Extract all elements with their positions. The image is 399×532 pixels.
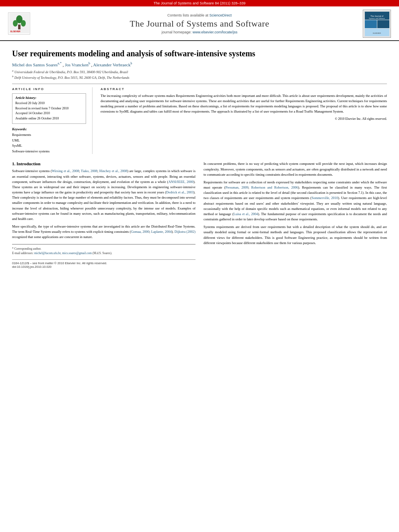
article-info-panel: ARTICLE INFO Article history: Received 2… (12, 87, 93, 154)
elsevier-tree-icon: ELSEVIER (9, 13, 29, 33)
journal-homepage-url[interactable]: www.elsevier.com/locate/jss (193, 30, 238, 34)
section-title-text: Introduction (16, 161, 41, 166)
affiliations: a Universidade Federal de Uberlândia, P.… (12, 69, 387, 80)
contents-available-line: Contents lists available at ScienceDirec… (36, 13, 363, 17)
body-left-column: 1. Introduction Software-intensive syste… (12, 161, 195, 269)
right-para2: Requirements for software are a collecti… (204, 180, 387, 222)
svg-text:ELSEVIER: ELSEVIER (373, 32, 381, 34)
email-1[interactable]: michel@facom.ufu.br (34, 251, 61, 255)
ref-dijkstra[interactable]: Dijkstra (2002) (175, 230, 195, 234)
keyword-2: UML (12, 138, 86, 144)
abstract-title: ABSTRACT (101, 87, 387, 91)
elsevier-logo: ELSEVIER (8, 12, 36, 35)
svg-point-2 (13, 20, 18, 27)
svg-text:ELSEVIER: ELSEVIER (10, 30, 21, 33)
journal-logo-right: The Journal of Systems and Software ELSE… (363, 10, 391, 38)
elsevier-logo-box: ELSEVIER (8, 12, 30, 35)
ref-pressman[interactable]: Pressman, 2009 (225, 185, 248, 189)
right-para1: In concurrent problems, there is no way … (204, 161, 387, 177)
body-right-column: In concurrent problems, there is no way … (204, 161, 387, 269)
svg-rect-11 (377, 20, 389, 28)
ref-robertson[interactable]: Robertson and Robertson, 2006 (251, 185, 298, 189)
email-3: (M.d.S. Soares). (93, 251, 112, 255)
author-3-name: Alexander Verbraeck (93, 62, 131, 67)
journal-header-center: Contents lists available at ScienceDirec… (36, 13, 363, 34)
intro-para1: Software-intensive systems (Wirsing et a… (12, 168, 195, 222)
abstract-text: The increasing complexity of software sy… (101, 93, 387, 115)
sciencedirect-link[interactable]: ScienceDirect (210, 13, 232, 17)
author-1[interactable]: Michel dos Santos Soaresa,* (12, 62, 63, 67)
article-history-box: Article history: Received 20 July 2010 R… (12, 93, 86, 124)
keywords-section: Keywords: Requirements UML SysML Softwar… (12, 127, 86, 154)
author-3[interactable]: Alexander Verbraeckb (93, 62, 132, 67)
authors-line: Michel dos Santos Soaresa,* , Jos Vranck… (12, 62, 387, 67)
keyword-1: Requirements (12, 132, 86, 138)
keywords-label: Keywords: (12, 127, 86, 131)
journal-header: ELSEVIER Contents lists available at Sci… (0, 6, 399, 41)
svg-rect-10 (365, 20, 377, 28)
accepted-date: Accepted 14 October 2010 (15, 111, 83, 116)
intro-section-title: 1. Introduction (12, 161, 195, 166)
right-para3: Systems requirements are derived from us… (204, 224, 387, 246)
email-2[interactable]: mics.soares@gmail.com (62, 251, 92, 255)
doi-line: doi:10.1016/j.jss.2010.10.020 (12, 265, 195, 269)
keyword-3: SysML (12, 143, 86, 149)
ref-gomaa[interactable]: Gomaa, 2000 (131, 230, 149, 234)
article-title: User requirements modeling and analysis … (12, 49, 387, 58)
available-date: Available online 26 October 2010 (15, 116, 83, 121)
email-line: E-mail addresses: michel@facom.ufu.br, m… (12, 251, 195, 255)
ref-luisa[interactable]: Luisa et al., 2004 (234, 212, 258, 216)
svg-point-3 (21, 20, 26, 27)
journal-citation-bar: The Journal of Systems and Software 84 (… (0, 0, 399, 6)
journal-cover-icon: The Journal of Systems and Software ELSE… (364, 11, 390, 37)
copyright-notice: © 2010 Elsevier Inc. All rights reserved… (101, 117, 387, 121)
ref-tiako[interactable]: Tiako, 2008 (81, 169, 97, 173)
article-info-abstract-section: ARTICLE INFO Article history: Received 2… (12, 84, 387, 154)
affil-b: Delft University of Technology, P.O. Box… (14, 76, 130, 80)
author-1-name: Michel dos Santos Soares (12, 62, 58, 67)
affil-a: Universidade Federal de Uberlândia, P.O.… (14, 70, 128, 74)
ref-sommerville[interactable]: Sommerville, 2010 (311, 196, 338, 200)
author-3-sup: b (131, 62, 132, 65)
journal-title: The Journal of Systems and Software (36, 18, 363, 29)
keyword-4: Software-intensive systems (12, 149, 86, 154)
author-2-name: Jos Vrancken (65, 62, 88, 67)
history-label: Article history: (15, 96, 83, 100)
main-content: User requirements modeling and analysis … (0, 41, 399, 277)
ref-wirsing[interactable]: Wirsing et al., 2008 (52, 169, 79, 173)
ref-dedrick[interactable]: Dedrick et al., 2003 (166, 190, 193, 194)
section-num: 1. (12, 161, 15, 166)
article-info-title: ARTICLE INFO (12, 87, 86, 91)
received-revised-date: Received in revised form 7 October 2010 (15, 106, 83, 111)
footnote-area: * Corresponding author. E-mail addresses… (12, 244, 195, 256)
svg-rect-4 (18, 25, 21, 29)
journal-citation-text: The Journal of Systems and Software 84 (… (154, 1, 246, 5)
bottom-bar: 0164-1212/$ – see front matter © 2010 El… (12, 259, 195, 269)
journal-homepage-line: journal homepage: www.elsevier.com/locat… (36, 30, 363, 34)
paper-body: 1. Introduction Software-intensive syste… (12, 161, 387, 269)
ref-ansi[interactable]: ANSI/IEEE, 2000 (168, 180, 193, 184)
ref-hinchey[interactable]: Hinchey et al., 2008 (99, 169, 127, 173)
issn-line: 0164-1212/$ – see front matter © 2010 El… (12, 261, 195, 265)
svg-text:Systems and Software: Systems and Software (368, 17, 385, 19)
email-label: E-mail addresses: (12, 251, 33, 255)
author-2[interactable]: Jos Vranckenb (65, 62, 91, 67)
abstract-panel: ABSTRACT The increasing complexity of so… (101, 87, 387, 154)
received-date: Received 20 July 2010 (15, 101, 83, 106)
homepage-label: journal homepage: (162, 30, 192, 34)
contents-label: Contents lists available at (167, 13, 208, 17)
author-2-sup: b (88, 62, 90, 65)
corresponding-note: * Corresponding author. (12, 246, 195, 251)
ref-laplante[interactable]: Laplante, 2004 (151, 230, 172, 234)
intro-para2: More specifically, the type of software-… (12, 224, 195, 240)
author-1-sup: a,* (58, 62, 62, 65)
